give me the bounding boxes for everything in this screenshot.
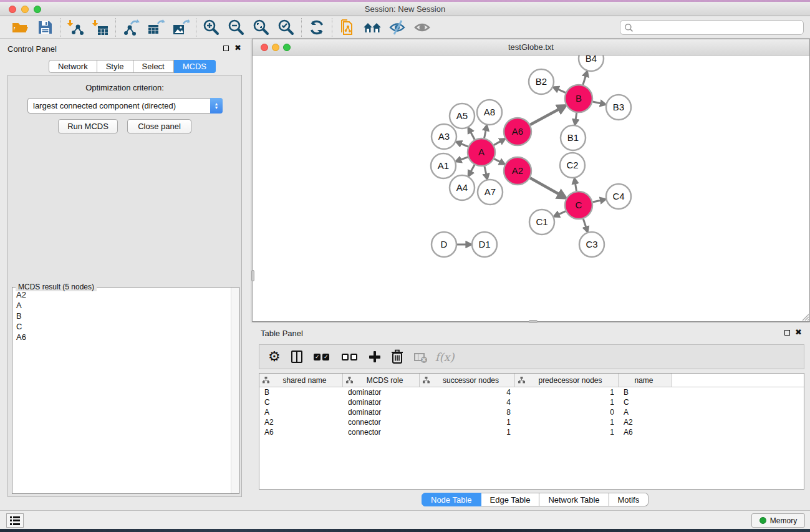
graph-edge[interactable] bbox=[485, 130, 486, 138]
tab-network[interactable]: Network bbox=[49, 60, 97, 73]
list-item[interactable]: B bbox=[13, 311, 230, 321]
graph-node-label: A bbox=[478, 147, 485, 157]
graph-edge[interactable] bbox=[557, 89, 566, 93]
refresh-icon bbox=[308, 19, 325, 36]
column-header[interactable]: predecessor nodes bbox=[515, 374, 619, 387]
deselect-all-button[interactable] bbox=[341, 349, 359, 365]
scrollbar[interactable] bbox=[231, 288, 239, 493]
optimization-criterion-select[interactable]: largest connected component (directed) ▲… bbox=[27, 98, 223, 114]
toolbar-separator bbox=[332, 18, 332, 37]
graph-node-label: A1 bbox=[438, 160, 449, 171]
add-column-button[interactable] bbox=[369, 349, 380, 365]
graph-edge[interactable] bbox=[530, 109, 560, 125]
tab-mcds[interactable]: MCDS bbox=[174, 60, 216, 73]
tab-style[interactable]: Style bbox=[97, 60, 133, 73]
list-item[interactable]: C bbox=[13, 321, 230, 332]
table-cell: 4 bbox=[420, 397, 515, 407]
task-history-button[interactable] bbox=[6, 513, 24, 528]
table-row[interactable]: Cdominator41C bbox=[259, 397, 804, 407]
column-type-icon bbox=[423, 377, 430, 384]
eye-button[interactable] bbox=[410, 17, 435, 37]
graph-edge[interactable] bbox=[558, 211, 566, 215]
function-builder-button[interactable]: f(x) bbox=[435, 349, 455, 365]
graph-edge[interactable] bbox=[494, 141, 501, 145]
tab-network-table[interactable]: Network Table bbox=[539, 493, 609, 506]
list-item[interactable]: A2 bbox=[13, 289, 230, 300]
homes-button[interactable] bbox=[360, 17, 385, 37]
graph-edge[interactable] bbox=[592, 200, 601, 202]
export-table-button[interactable] bbox=[143, 17, 168, 37]
graph-edge[interactable] bbox=[460, 157, 468, 160]
zoom-selected-button[interactable] bbox=[274, 17, 299, 37]
graph-node-label: A6 bbox=[512, 126, 523, 137]
column-header[interactable]: name bbox=[619, 374, 672, 387]
graph-edge[interactable] bbox=[592, 102, 601, 104]
column-header[interactable]: successor nodes bbox=[420, 374, 515, 387]
graph-node-label: A2 bbox=[512, 165, 523, 176]
search-input[interactable] bbox=[634, 21, 803, 34]
graph-node-label: A3 bbox=[438, 131, 450, 142]
zoom-in-button[interactable] bbox=[199, 17, 224, 37]
list-item[interactable]: A6 bbox=[13, 332, 230, 342]
import-network-button[interactable] bbox=[63, 17, 88, 37]
clone-network-button[interactable] bbox=[335, 17, 360, 37]
graph-edge[interactable] bbox=[583, 75, 586, 85]
close-panel-button[interactable]: Close panel bbox=[127, 119, 191, 133]
table-row[interactable]: Bdominator41B bbox=[259, 387, 804, 397]
run-mcds-button[interactable]: Run MCDS bbox=[58, 119, 118, 133]
graph-edge[interactable] bbox=[530, 178, 560, 195]
close-panel-icon[interactable]: ✖ bbox=[795, 327, 802, 337]
zoom-in-icon bbox=[203, 19, 220, 36]
memory-button[interactable]: Memory bbox=[751, 513, 805, 528]
table-cell: C bbox=[259, 397, 343, 407]
export-image-button[interactable] bbox=[168, 17, 193, 37]
network-window-titlebar[interactable]: testGlobe.txt bbox=[253, 39, 809, 56]
export-network-button[interactable] bbox=[118, 17, 143, 37]
delete-column-button[interactable] bbox=[391, 349, 403, 365]
refresh-button[interactable] bbox=[304, 17, 329, 37]
splitter-grip[interactable] bbox=[251, 270, 254, 281]
gear-button[interactable]: ⚙ bbox=[268, 349, 281, 365]
search-box bbox=[620, 20, 804, 35]
graph-edge[interactable] bbox=[460, 143, 468, 147]
network-canvas[interactable]: AA1A2A3A4A5A6A7A8BB1B2B3B4CC1C2C3C4DD1 bbox=[253, 56, 809, 321]
tab-motifs[interactable]: Motifs bbox=[609, 493, 649, 506]
graph-edge[interactable] bbox=[485, 166, 486, 175]
import-table-button[interactable] bbox=[88, 17, 113, 37]
trash-icon bbox=[391, 349, 403, 364]
table-cell: dominator bbox=[343, 397, 420, 407]
tab-node-table[interactable]: Node Table bbox=[422, 493, 481, 506]
column-type-icon bbox=[263, 377, 269, 384]
graph-edge[interactable] bbox=[470, 165, 475, 172]
graph-node-label: A8 bbox=[484, 107, 495, 117]
eye-slash-button[interactable] bbox=[385, 17, 410, 37]
memory-status-icon bbox=[759, 517, 766, 524]
split-column-button[interactable] bbox=[291, 349, 302, 365]
select-all-button[interactable]: ✓✓ bbox=[313, 349, 330, 365]
float-panel-icon[interactable] bbox=[223, 46, 229, 51]
open-session-button[interactable] bbox=[7, 17, 32, 37]
delete-table-button[interactable] bbox=[414, 349, 425, 365]
graph-edge[interactable] bbox=[470, 132, 475, 140]
zoom-out-button[interactable] bbox=[224, 17, 249, 37]
column-header[interactable]: shared name bbox=[259, 374, 343, 387]
table-row[interactable]: Adominator80A bbox=[259, 407, 804, 417]
close-panel-icon[interactable]: ✖ bbox=[234, 43, 241, 52]
mcds-result-box: MCDS result (5 nodes) A2ABCA6 bbox=[12, 287, 239, 494]
table-cell: B bbox=[619, 387, 672, 397]
graph-edge[interactable] bbox=[583, 219, 586, 228]
table-row[interactable]: A2connector11A2 bbox=[259, 417, 804, 427]
float-panel-icon[interactable] bbox=[784, 330, 790, 336]
save-session-button[interactable] bbox=[32, 17, 57, 37]
graph-edge[interactable] bbox=[494, 159, 501, 163]
graph-edge[interactable] bbox=[576, 113, 577, 120]
table-row[interactable]: A6connector11A6 bbox=[259, 427, 804, 437]
list-icon bbox=[10, 516, 23, 518]
zoom-fit-button[interactable] bbox=[249, 17, 274, 37]
resize-grip-icon[interactable] bbox=[801, 313, 809, 321]
list-item[interactable]: A bbox=[13, 300, 230, 311]
graph-edge[interactable] bbox=[575, 183, 576, 191]
column-header[interactable]: MCDS role bbox=[343, 374, 420, 387]
tab-edge-table[interactable]: Edge Table bbox=[481, 493, 540, 506]
tab-select[interactable]: Select bbox=[133, 60, 174, 73]
